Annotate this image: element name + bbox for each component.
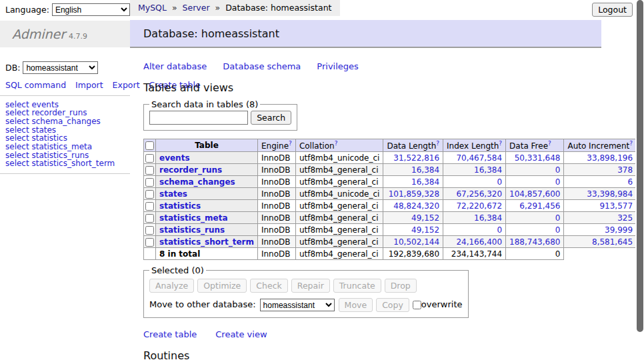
- breadcrumb-server-link[interactable]: Server: [183, 3, 210, 13]
- column-header: Index Length?: [443, 139, 506, 152]
- help-link[interactable]: ?: [629, 140, 633, 147]
- row-checkbox[interactable]: [145, 226, 154, 235]
- table-name-link[interactable]: statistics_short_term: [159, 237, 254, 247]
- row-checkbox[interactable]: [145, 154, 154, 163]
- db-label: DB:: [5, 63, 20, 73]
- table-row: schema_changesInnoDButf8mb4_general_ci16…: [144, 176, 644, 188]
- list-item: select statistics_short_term: [5, 159, 130, 168]
- collation-cell: utf8mb4_unicode_ci: [295, 152, 383, 164]
- row-checkbox-cell: [144, 164, 156, 176]
- table-name-link[interactable]: states: [159, 189, 187, 199]
- alter-database-link[interactable]: Alter database: [143, 61, 207, 71]
- table-name-cell: recorder_runs: [156, 164, 258, 176]
- copy-button[interactable]: Copy: [376, 298, 409, 312]
- selected-legend: Selected (0): [149, 265, 206, 275]
- search-button[interactable]: Search: [251, 111, 291, 125]
- table-name-cell: states: [156, 188, 258, 200]
- row-checkbox-cell: [144, 224, 156, 236]
- sidebar-divider-bottom: [0, 173, 130, 174]
- engine-cell: InnoDB: [257, 152, 295, 164]
- collation-cell: utf8mb4_general_ci: [295, 224, 383, 236]
- db-select[interactable]: homeassistant: [23, 61, 98, 74]
- auto-increment-cell: 33,898,196: [564, 152, 637, 164]
- drop-button[interactable]: Drop: [385, 279, 417, 293]
- truncate-button[interactable]: Truncate: [333, 279, 381, 293]
- sidebar: Language:English Adminer4.7.9 DB:homeass…: [0, 0, 130, 362]
- create-table-link[interactable]: Create table: [143, 329, 197, 339]
- index-length-cell: 67,256,320: [443, 188, 506, 200]
- table-name-link[interactable]: statistics_meta: [159, 213, 228, 223]
- auto-increment-cell: 378: [564, 164, 637, 176]
- collation-cell: utf8mb4_general_ci: [295, 176, 383, 188]
- row-checkbox[interactable]: [145, 238, 154, 247]
- optimize-button[interactable]: Optimize: [197, 279, 247, 293]
- sidebar-select-link[interactable]: select statistics_short_term: [5, 159, 115, 168]
- data-length-cell: 49,152: [383, 212, 443, 224]
- column-header: Data Length?: [383, 139, 443, 152]
- breadcrumb: MySQL » Server » Database: homeassistant: [130, 0, 340, 16]
- check-button[interactable]: Check: [250, 279, 287, 293]
- scrollbar-thumb[interactable]: [637, 0, 643, 332]
- data-length-cell: 31,522,816: [383, 152, 443, 164]
- total-index-length: 234,143,744: [443, 248, 506, 260]
- data-free-cell: 0: [506, 212, 564, 224]
- row-checkbox[interactable]: [145, 214, 154, 223]
- select-all-checkbox[interactable]: [145, 141, 154, 150]
- collation-cell: utf8mb4_general_ci: [295, 212, 383, 224]
- database-schema-link[interactable]: Database schema: [223, 61, 301, 71]
- table-name-link[interactable]: schema_changes: [159, 177, 235, 187]
- table-name-cell: statistics_meta: [156, 212, 258, 224]
- select-all-cell: [144, 139, 156, 152]
- total-collation: utf8mb4_general_ci: [295, 248, 383, 260]
- language-select[interactable]: English: [52, 3, 130, 16]
- table-name-link[interactable]: recorder_runs: [159, 165, 222, 175]
- column-header: Collation?: [295, 139, 383, 152]
- import-link[interactable]: Import: [75, 80, 103, 90]
- move-button[interactable]: Move: [339, 298, 373, 312]
- row-checkbox[interactable]: [145, 190, 154, 199]
- selected-buttons: AnalyzeOptimizeCheckRepairTruncateDrop: [149, 279, 463, 293]
- scrollbar-track[interactable]: [635, 0, 644, 362]
- data-length-cell: 16,384: [383, 164, 443, 176]
- table-row: statistics_short_termInnoDButf8mb4_gener…: [144, 236, 644, 248]
- auto-increment-cell: 325: [564, 212, 637, 224]
- total-empty-cell: [144, 248, 156, 260]
- overwrite-label: overwrite: [421, 299, 463, 309]
- data-length-cell: 16,384: [383, 176, 443, 188]
- table-row: statesInnoDButf8mb4_unicode_ci101,859,32…: [144, 188, 644, 200]
- table-name-link[interactable]: statistics: [159, 201, 201, 211]
- row-checkbox[interactable]: [145, 166, 154, 175]
- data-free-cell: 6,291,456: [506, 200, 564, 212]
- privileges-link[interactable]: Privileges: [317, 61, 359, 71]
- total-data-free: 0: [506, 248, 564, 260]
- logout-button[interactable]: Logout: [592, 3, 633, 17]
- help-link[interactable]: ?: [335, 140, 338, 147]
- move-row: Move to other database:homeassistantMove…: [149, 298, 463, 312]
- table-name-link[interactable]: statistics_runs: [159, 225, 225, 235]
- table-row: statisticsInnoDButf8mb4_general_ci48,824…: [144, 200, 644, 212]
- tables-heading: Tables and views: [143, 81, 635, 94]
- table-row: statistics_metaInnoDButf8mb4_general_ci4…: [144, 212, 644, 224]
- help-link[interactable]: ?: [499, 140, 502, 147]
- help-link[interactable]: ?: [548, 140, 551, 147]
- page-title: Database: homeassistant: [130, 20, 601, 48]
- breadcrumb-mysql-link[interactable]: MySQL: [138, 3, 167, 13]
- help-link[interactable]: ?: [436, 140, 439, 147]
- app-name: Adminer: [12, 27, 65, 41]
- help-link[interactable]: ?: [289, 140, 292, 147]
- overwrite-checkbox[interactable]: [413, 301, 421, 309]
- create-view-link[interactable]: Create view: [215, 329, 267, 339]
- analyze-button[interactable]: Analyze: [149, 279, 194, 293]
- collation-cell: utf8mb4_general_ci: [295, 236, 383, 248]
- repair-button[interactable]: Repair: [291, 279, 330, 293]
- selected-fieldset: Selected (0) AnalyzeOptimizeCheckRepairT…: [143, 265, 469, 318]
- table-name-link[interactable]: events: [159, 153, 190, 163]
- move-db-select[interactable]: homeassistant: [260, 299, 335, 311]
- engine-cell: InnoDB: [257, 224, 295, 236]
- search-input[interactable]: [149, 111, 248, 125]
- sql-command-link[interactable]: SQL command: [5, 80, 66, 90]
- row-checkbox[interactable]: [145, 178, 154, 187]
- row-checkbox[interactable]: [145, 202, 154, 211]
- table-name-cell: statistics: [156, 200, 258, 212]
- index-length-cell: 72,220,672: [443, 200, 506, 212]
